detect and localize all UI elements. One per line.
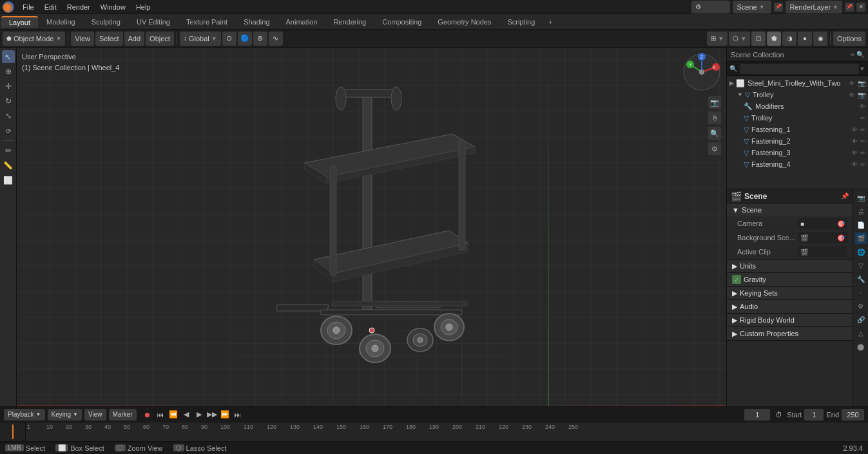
menu-edit[interactable]: Edit: [40, 3, 61, 12]
render-engine-dropdown[interactable]: ⚙: [691, 1, 730, 14]
prop-icon-output[interactable]: 🖨: [855, 205, 867, 217]
timeline-body[interactable]: 1 10 20 30 40 50 60 70 80 90 100 110 120…: [0, 422, 868, 441]
jump-end-btn[interactable]: ⏭: [232, 409, 244, 421]
prop-icon-particles[interactable]: ·: [855, 287, 867, 298]
edit-icon-7[interactable]: ✏: [860, 161, 865, 168]
tool-cursor[interactable]: ⊕: [2, 65, 15, 78]
edit-icon-5[interactable]: ✏: [860, 138, 865, 145]
section-units-header[interactable]: ▶ Units: [727, 260, 853, 272]
gizmos-dropdown[interactable]: ⊞ ▼: [707, 32, 728, 46]
outliner-item-steel-trolley[interactable]: ▶ ⬜ Steel_Mini_Trolley_With_Two 👁 📷: [727, 77, 868, 89]
section-custom-props-header[interactable]: ▶ Custom Properties: [727, 327, 853, 340]
scene-pin[interactable]: 📌: [774, 3, 783, 12]
nav-gizmo[interactable]: X Y Z: [682, 53, 721, 91]
step-back-btn[interactable]: ◀: [180, 409, 192, 421]
outliner-item-trolley-mesh[interactable]: ▽ Trolley ✏: [727, 112, 868, 124]
section-keying-header[interactable]: ▶ Keying Sets: [727, 287, 853, 299]
tool-add-cube[interactable]: ⬜: [2, 174, 15, 187]
renderlayer-options[interactable]: ✕: [856, 3, 865, 12]
section-audio-header[interactable]: ▶ Audio: [727, 300, 853, 313]
scene-dropdown[interactable]: Scene ▼: [733, 1, 771, 14]
add-workspace-tab[interactable]: +: [543, 17, 557, 27]
section-gravity-header[interactable]: ✓ Gravity: [727, 273, 853, 286]
timer-icon[interactable]: ⏱: [773, 409, 784, 421]
camera-icon-1[interactable]: 📷: [858, 91, 865, 99]
viewport-extra-btn[interactable]: ⚙: [708, 142, 721, 155]
viewport[interactable]: User Perspective (1) Scene Collection | …: [17, 48, 726, 406]
proportional-edit[interactable]: ⊚: [253, 32, 267, 46]
tab-geometry-nodes[interactable]: Geometry Nodes: [430, 17, 499, 27]
section-scene-header[interactable]: ▼ Scene: [727, 203, 853, 216]
solid-shading[interactable]: ⬟: [767, 32, 781, 46]
outliner-item-trolley-parent[interactable]: ▼ ▽ Trolley 👁 📷: [727, 89, 868, 100]
prop-icon-modifier[interactable]: 🔧: [855, 273, 867, 285]
prop-icon-render[interactable]: 📷: [855, 192, 867, 203]
eye-icon-4[interactable]: 👁: [851, 126, 858, 133]
eye-icon-1[interactable]: 👁: [849, 91, 855, 99]
tool-scale[interactable]: ⤡: [2, 109, 15, 122]
camera-icon-0[interactable]: 📷: [858, 80, 865, 87]
view-menu[interactable]: View: [71, 32, 94, 46]
transform-orientation[interactable]: ↕ Global ▼: [180, 32, 221, 46]
viewport-nav-btn[interactable]: 🖱: [708, 111, 721, 124]
prop-icon-object[interactable]: ▽: [855, 260, 867, 271]
outliner-item-fastening1[interactable]: ▽ Fastening_1 👁 ✏: [727, 124, 868, 135]
proportional-falloff[interactable]: ∿: [269, 32, 283, 46]
end-frame-input[interactable]: 250: [842, 409, 864, 421]
filter-icon[interactable]: ▼: [859, 65, 865, 72]
eye-icon-7[interactable]: 👁: [851, 161, 858, 168]
add-menu[interactable]: Add: [124, 32, 145, 46]
tab-sculpting[interactable]: Sculpting: [84, 17, 128, 27]
camera-value[interactable]: ■ 🎯: [798, 218, 847, 229]
bg-scene-value[interactable]: 🎬 🎯: [798, 232, 847, 243]
tab-layout[interactable]: Layout: [1, 16, 38, 28]
playback-menu[interactable]: Playback ▼: [4, 409, 45, 421]
outliner-filter-icon[interactable]: ≡: [851, 51, 854, 58]
section-rigid-body-header[interactable]: ▶ Rigid Body World: [727, 314, 853, 326]
next-keyframe-btn[interactable]: ⏩: [219, 409, 231, 421]
eye-icon-0[interactable]: 👁: [849, 80, 855, 87]
tab-uv-editing[interactable]: UV Editing: [129, 17, 178, 27]
viewport-camera-btn[interactable]: 📷: [708, 96, 721, 109]
active-clip-value[interactable]: 🎬: [798, 246, 847, 258]
pin-icon[interactable]: 📌: [841, 193, 849, 200]
menu-render[interactable]: Render: [63, 3, 95, 12]
outliner-item-fastening2[interactable]: ▽ Fastening_2 👁 ✏: [727, 135, 868, 147]
eye-icon-5[interactable]: 👁: [851, 138, 858, 145]
prev-keyframe-btn[interactable]: ⏪: [168, 409, 179, 421]
render-layer-dropdown[interactable]: RenderLayer ▼: [786, 1, 842, 14]
eevee-shading[interactable]: ◉: [813, 32, 827, 46]
outliner-item-modifiers[interactable]: 🔧 Modifiers 👁: [727, 100, 868, 112]
outliner-item-fastening3[interactable]: ▽ Fastening_3 👁 ✏: [727, 147, 868, 158]
select-menu[interactable]: Select: [95, 32, 123, 46]
keying-menu[interactable]: Keying ▼: [48, 409, 82, 421]
pivot-point[interactable]: ⊙: [222, 32, 236, 46]
menu-file[interactable]: File: [18, 3, 39, 12]
object-mode-dropdown[interactable]: ⬟ Object Mode ▼: [3, 32, 65, 46]
tool-measure[interactable]: 📏: [2, 159, 15, 172]
play-btn[interactable]: ▶: [193, 409, 205, 421]
tab-texture-paint[interactable]: Texture Paint: [178, 17, 235, 27]
tool-rotate[interactable]: ↻: [2, 95, 15, 108]
tool-move[interactable]: ✛: [2, 80, 15, 93]
blender-logo[interactable]: [3, 1, 14, 13]
bg-picker-icon[interactable]: 🎯: [837, 234, 845, 241]
prop-icon-data[interactable]: △: [855, 327, 867, 339]
prop-icon-view-layer[interactable]: 📄: [855, 219, 867, 231]
menu-help[interactable]: Help: [131, 3, 155, 12]
tab-animation[interactable]: Animation: [278, 17, 325, 27]
prop-icon-physics[interactable]: ⚙: [855, 300, 867, 312]
visibility-icon-2[interactable]: 👁: [859, 103, 865, 110]
rendered-shading[interactable]: ●: [798, 32, 812, 46]
overlays-dropdown[interactable]: ⬡ ▼: [729, 32, 750, 46]
current-frame-input[interactable]: 1: [744, 409, 770, 421]
tab-compositing[interactable]: Compositing: [374, 17, 429, 27]
edit-icon-3[interactable]: ✏: [860, 115, 865, 122]
timeline-track[interactable]: 1 10 20 30 40 50 60 70 80 90 100 110 120…: [26, 422, 868, 441]
tab-shading[interactable]: Shading: [236, 17, 277, 27]
outliner-search-input[interactable]: [740, 64, 859, 74]
eye-icon-6[interactable]: 👁: [851, 149, 858, 156]
tab-rendering[interactable]: Rendering: [325, 17, 374, 27]
tool-annotate[interactable]: ✏: [2, 144, 15, 157]
prop-icon-world[interactable]: 🌐: [855, 246, 867, 258]
